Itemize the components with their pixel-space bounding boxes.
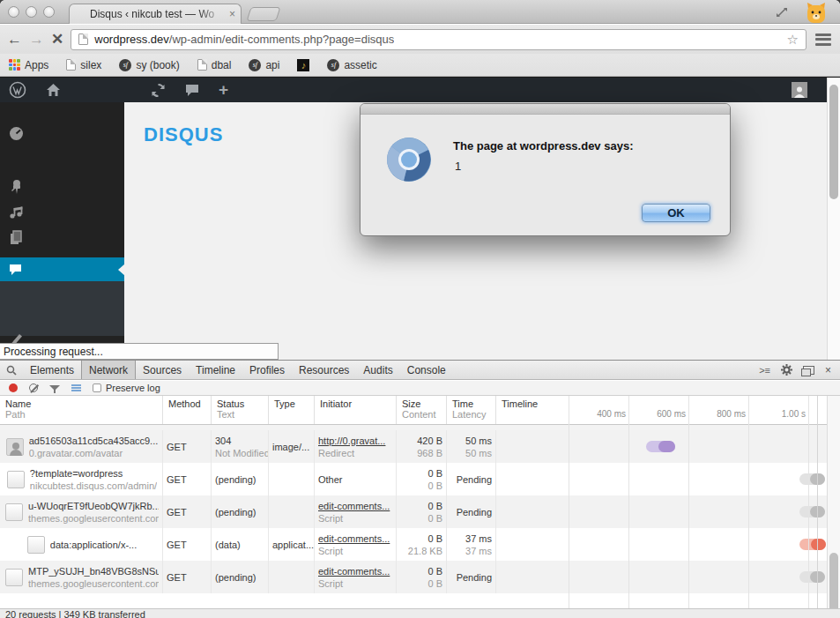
initiator-link[interactable]: edit-comments...	[318, 500, 392, 512]
chrome-menu-button[interactable]	[814, 33, 833, 47]
request-path: themes.googleusercontent.com	[28, 512, 159, 525]
column-header-method[interactable]: Method	[163, 396, 212, 424]
minimize-window-button[interactable]	[26, 6, 37, 18]
filter-funnel-icon[interactable]	[49, 385, 60, 391]
network-request-row[interactable]: data:application/x-... GET (data) applic…	[0, 528, 827, 561]
dialog-title: The page at wordpress.dev says:	[453, 139, 633, 153]
initiator-link[interactable]: edit-comments...	[318, 532, 392, 545]
bookmark-apps[interactable]: Apps	[9, 59, 48, 71]
initiator-link[interactable]: http://0.gravat...	[318, 435, 392, 447]
bookmark-api[interactable]: sf api	[249, 59, 279, 71]
new-tab-button[interactable]	[246, 7, 280, 21]
apps-grid-icon	[9, 59, 20, 71]
dock-side-icon[interactable]	[803, 366, 814, 375]
wordpress-logo-icon[interactable]	[9, 81, 26, 99]
console-drawer-icon[interactable]: >≡	[759, 365, 770, 376]
search-icon[interactable]	[0, 361, 23, 379]
devtools-close-icon[interactable]: ×	[825, 364, 831, 376]
timeline-bar	[799, 539, 826, 550]
request-name: u-WUoqrET9fUeobQW7jkRb...	[28, 500, 159, 512]
column-header-size[interactable]: SizeContent	[397, 396, 447, 424]
music-clef-icon: ♪	[297, 59, 309, 71]
request-size: 0 B21.8 KB	[397, 528, 447, 561]
tab-audits[interactable]: Audits	[356, 361, 399, 379]
person-icon	[793, 86, 806, 98]
network-request-row[interactable]: ?template=wordpressnikcubtest.disqus.com…	[0, 463, 827, 495]
record-button-icon[interactable]	[9, 383, 18, 392]
sidebar-item-dashboard[interactable]	[0, 122, 124, 145]
zoom-window-button[interactable]	[43, 6, 55, 18]
cat-extension-icon[interactable]	[805, 2, 828, 23]
tab-timeline[interactable]: Timeline	[189, 361, 242, 379]
disqus-logo: DISQUS	[144, 123, 223, 146]
close-window-button[interactable]	[8, 6, 19, 18]
bookmark-dbal[interactable]: dbal	[197, 59, 232, 71]
file-icon	[7, 471, 25, 488]
column-header-timeline[interactable]: Timeline	[496, 396, 827, 424]
tab-elements[interactable]: Elements	[23, 361, 81, 379]
stop-button[interactable]: ✕	[51, 32, 63, 47]
network-request-row[interactable]: u-WUoqrET9fUeobQW7jkRb...themes.googleus…	[0, 495, 827, 528]
network-request-row[interactable]: MTP_ySUJH_bn48VBG8sNSuY...themes.googleu…	[0, 561, 827, 593]
sidebar-item-pages[interactable]	[0, 226, 124, 249]
comments-bubble-icon[interactable]	[185, 84, 199, 97]
tab-profiles[interactable]: Profiles	[242, 361, 292, 379]
dialog-titlebar	[361, 104, 730, 115]
tab-network[interactable]: Network	[81, 361, 136, 379]
column-header-status[interactable]: StatusText	[212, 396, 269, 424]
sidebar-item-comments-selected[interactable]	[0, 257, 124, 281]
browser-window: Disqus ‹ nikcub test — Wo × ← → ✕ wordpr…	[0, 0, 840, 618]
comments-bubble-icon	[9, 264, 22, 276]
fullscreen-arrows-icon[interactable]	[775, 5, 789, 19]
new-content-plus-icon[interactable]: +	[219, 81, 228, 98]
tab-console[interactable]: Console	[400, 361, 453, 379]
initiator-link[interactable]: edit-comments...	[318, 565, 392, 577]
home-icon[interactable]	[46, 83, 61, 97]
updates-icon[interactable]	[151, 83, 166, 98]
bookmark-assetic[interactable]: sf assetic	[327, 59, 376, 71]
request-time: Pending	[447, 561, 496, 593]
browser-tab[interactable]: Disqus ‹ nikcub test — Wo ×	[69, 4, 242, 24]
column-header-type[interactable]: Type	[269, 396, 315, 424]
settings-gear-icon[interactable]	[781, 364, 792, 376]
bookmark-clef[interactable]: ♪	[297, 59, 309, 71]
address-bar[interactable]: wordpress.dev/wp-admin/edit-comments.php…	[71, 29, 807, 50]
request-path: nikcubtest.disqus.com/admin/	[30, 480, 157, 492]
request-name: ad516503a11cd5ca435acc9...	[29, 435, 159, 447]
request-method: GET	[163, 430, 212, 463]
file-icon	[5, 569, 23, 586]
ok-button[interactable]: OK	[642, 204, 710, 222]
user-avatar[interactable]	[792, 82, 807, 98]
page-scrollbar[interactable]	[827, 78, 840, 360]
devtools-scrollbar[interactable]	[827, 396, 840, 608]
sidebar-item-media[interactable]	[0, 201, 124, 224]
bookmark-sy-book[interactable]: sf sy (book)	[119, 59, 179, 71]
bookmark-silex[interactable]: silex	[66, 59, 101, 71]
network-table-header: NamePath Method StatusText Type Initiato…	[0, 396, 827, 425]
request-time: 50 ms50 ms	[447, 430, 496, 463]
bookmark-star-icon[interactable]: ☆	[787, 32, 799, 48]
window-titlebar: Disqus ‹ nikcub test — Wo ×	[0, 0, 840, 24]
javascript-alert-dialog: The page at wordpress.dev says: 1 OK	[360, 103, 731, 236]
sidebar-item-posts[interactable]	[0, 175, 124, 197]
dashboard-gauge-icon	[9, 126, 24, 141]
preserve-log-checkbox[interactable]	[93, 383, 101, 392]
request-method: GET	[163, 495, 212, 528]
pages-icon	[9, 230, 23, 245]
network-request-list: ▂▂▂▂▂ ad516503a11cd5ca435acc9...0.gravat…	[0, 425, 827, 593]
tab-sources[interactable]: Sources	[136, 361, 189, 379]
clear-icon[interactable]	[29, 383, 38, 392]
devtools-scrollbar-thumb[interactable]	[829, 553, 838, 613]
column-header-initiator[interactable]: Initiator	[315, 396, 397, 424]
column-header-name[interactable]: NamePath	[0, 396, 163, 424]
tab-title: Disqus ‹ nikcub test — Wo	[90, 8, 225, 20]
forward-button[interactable]: →	[29, 32, 44, 47]
page-scrollbar-thumb[interactable]	[829, 85, 838, 199]
tab-close-icon[interactable]: ×	[229, 9, 235, 19]
column-header-time[interactable]: TimeLatency	[447, 396, 496, 424]
network-request-row[interactable]: ad516503a11cd5ca435acc9...0.gravatar.com…	[0, 430, 827, 463]
tab-resources[interactable]: Resources	[292, 361, 356, 379]
timeline-bar	[799, 571, 825, 583]
small-rows-icon[interactable]	[71, 384, 81, 391]
back-button[interactable]: ←	[7, 32, 22, 47]
